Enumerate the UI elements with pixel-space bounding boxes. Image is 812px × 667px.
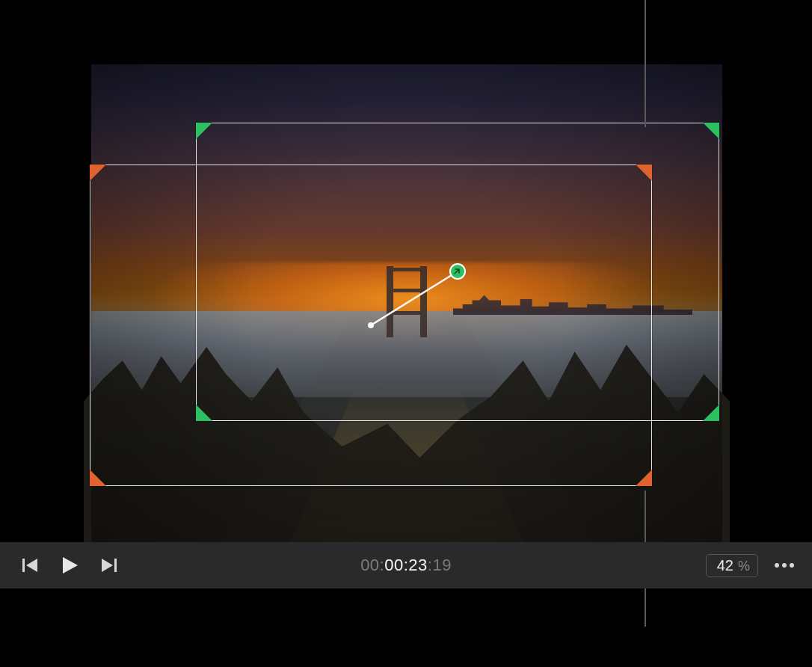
callout-leader-line: [645, 0, 646, 127]
previous-frame-icon[interactable]: [21, 557, 39, 574]
timecode-display[interactable]: 00:00:23:19: [360, 556, 452, 575]
timecode-main: 00:23: [384, 556, 428, 574]
svg-rect-4: [114, 559, 117, 572]
play-icon[interactable]: [60, 556, 79, 575]
zoom-level-field[interactable]: 42 %: [706, 554, 758, 577]
zoom-unit: %: [738, 559, 750, 574]
svg-point-5: [775, 563, 779, 568]
svg-point-6: [782, 563, 787, 568]
svg-rect-3: [22, 559, 25, 572]
more-options-icon[interactable]: [773, 562, 796, 569]
player-toolbar: 00:00:23:19 42 %: [0, 542, 812, 588]
vignette-overlay: [91, 64, 722, 544]
next-frame-icon[interactable]: [100, 557, 118, 574]
preview-frame[interactable]: [91, 64, 722, 544]
timecode-frames: :19: [428, 556, 452, 574]
timecode-hours: 00:: [360, 556, 384, 574]
svg-point-7: [790, 563, 794, 568]
zoom-value: 42: [717, 557, 733, 574]
